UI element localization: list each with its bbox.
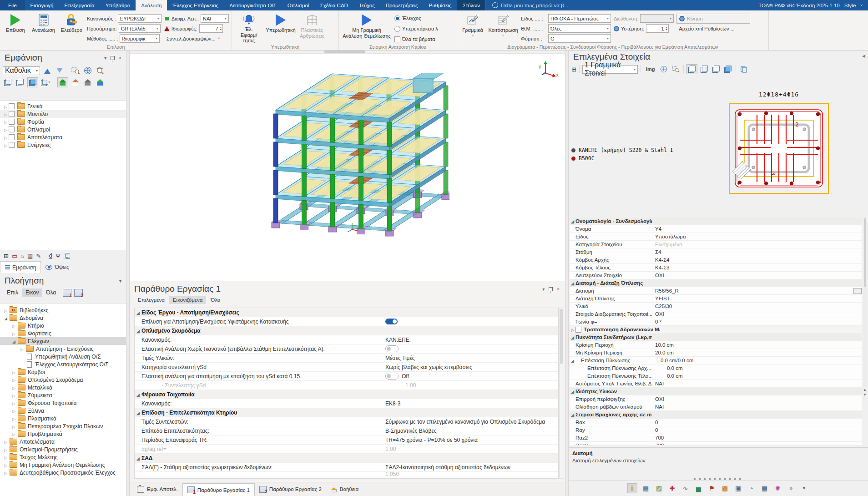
select-add-icon[interactable]: ⊞ [571, 66, 576, 72]
expander-icon[interactable] [3, 307, 9, 314]
nav-tree-item[interactable]: Πλασματικά [0, 415, 126, 422]
menu-item[interactable]: Επεξεργασία [59, 0, 100, 10]
property-row[interactable]: Rαy 0 [570, 426, 862, 434]
setting-value[interactable]: ΕΚ8-3 [382, 399, 558, 408]
properties-scrollbar[interactable] [863, 218, 867, 387]
expander-icon[interactable] [11, 330, 17, 337]
menu-item[interactable]: Έλεγχος Επάρκειας [167, 0, 224, 10]
bottom-tab[interactable]: Εμφ. Αποτελ. [132, 482, 182, 496]
expander-icon[interactable] [11, 323, 17, 329]
expander-icon[interactable] [11, 369, 17, 375]
nav-tree-item[interactable]: Μη Γραμμική Ανάλυση Θεμελίωσης [0, 461, 126, 469]
annex-dropdown[interactable]: GR (Ελλάδ▾ [119, 24, 161, 33]
menu-item[interactable]: Προμετρήσεις [380, 0, 424, 10]
settings-row[interactable]: Κανονισμός: ΕΚ8-3 [135, 399, 558, 408]
table-icon[interactable]: ▦ [760, 484, 769, 493]
collapse-panel-icon[interactable]: ◀ [862, 54, 865, 58]
toggle-switch[interactable] [385, 373, 399, 380]
checkbox-icon[interactable] [9, 119, 15, 125]
property-value[interactable]: Κ4-Σ4 [652, 256, 862, 263]
ellipsis-button[interactable]: ... [853, 288, 862, 294]
checkbox-icon[interactable] [9, 111, 15, 117]
menu-item[interactable]: Ανάλυση [136, 0, 167, 10]
info-icon[interactable]: i [627, 483, 637, 493]
property-value[interactable]: 10.0 cm [652, 341, 862, 349]
expander-icon[interactable] [3, 103, 9, 110]
setting-value[interactable]: 1.00 [382, 445, 558, 453]
property-value[interactable]: ΝΑΙ [652, 380, 862, 387]
close-icon[interactable]: × [557, 287, 560, 292]
zoom-window-icon[interactable] [671, 65, 681, 74]
property-row[interactable]: Επέκταση Πύκνωσης 0.0 cm/0.0 cm [570, 357, 862, 364]
settings-row[interactable]: Περίοδος Επαναφοράς TR: TR=475 χρόνια - … [135, 435, 558, 445]
expander-icon[interactable] [3, 315, 9, 321]
property-value[interactable]: 700 [652, 442, 862, 445]
property-row[interactable]: Ολίσθηση ράβδων οπλισμού ΝΑΙ [570, 403, 862, 411]
select-add-icon[interactable]: ⊞ [4, 253, 9, 259]
menu-item[interactable]: Εισαγωγή [25, 0, 59, 10]
nav-tab[interactable]: Επιλ [4, 288, 21, 297]
property-value[interactable]: ΟΧΙ [652, 272, 862, 279]
property-row[interactable]: Ονοματολογία - Συνδεσμολογία [570, 218, 862, 225]
property-value[interactable] [652, 218, 862, 225]
work-tab[interactable]: Επιλεγμένα [134, 296, 168, 304]
setting-value[interactable]: Χωρίς βλάβες και χωρίς επεμβάσεις [382, 363, 558, 371]
raft-diagrams-button[interactable]: Κοιτόστρωση ˅ [488, 12, 518, 43]
close-icon[interactable]: × [119, 56, 121, 61]
move-down-icon[interactable] [55, 66, 65, 75]
overflow-icon[interactable]: » [787, 484, 796, 493]
overstrength-radio[interactable]: Υπερεπάρκεια λ [394, 25, 438, 33]
hysteresis-spinner[interactable]: 1▴▾ [646, 24, 669, 33]
pin-icon[interactable] [549, 287, 553, 291]
clock-icon[interactable]: ◔ [747, 484, 756, 493]
property-value[interactable]: 20.0 cm [652, 349, 862, 356]
checkbox-icon[interactable] [9, 127, 15, 132]
linear-diagrams-button[interactable]: Γραμμικά ˅ [460, 12, 485, 43]
scroll-arrows[interactable]: ▲▼ [862, 388, 868, 397]
expander-icon[interactable] [11, 431, 17, 437]
bottom-tab[interactable]: Βοήθεια [326, 482, 363, 496]
nav-tab[interactable]: Εικον [22, 288, 42, 297]
bottom-tab[interactable]: 2 Παράθυρο Εργασίας 2 [255, 482, 326, 496]
modes-spinner[interactable]: 7▴▾ [199, 24, 223, 33]
selection-summary-dropdown[interactable]: 1 Γραμμικά Στοιχεί▾ [582, 65, 638, 74]
expander-icon[interactable] [11, 415, 17, 422]
display-tree-item[interactable]: Γενικά [0, 102, 126, 110]
expander-icon[interactable] [3, 470, 9, 476]
nav-tab[interactable]: Όλα [43, 288, 59, 297]
property-value[interactable]: ΝΑΙ [652, 403, 862, 410]
property-row[interactable]: Κρίσιμη Περιοχή 10.0 cm [570, 341, 862, 349]
model-gray-icon[interactable] [83, 78, 93, 87]
property-value[interactable]: R56/56_R ... [652, 287, 862, 294]
property-value[interactable]: Σ4 [652, 248, 862, 256]
property-value[interactable]: Υποστύλωμα [652, 233, 862, 240]
property-row[interactable]: Αυτόματος Υπολ. Γωνίας Θλιβ. Δ... ΝΑΙ [570, 380, 862, 388]
layers-icon[interactable]: ▤ [641, 484, 651, 493]
property-value[interactable]: 0.0 cm [664, 372, 862, 380]
pan-icon[interactable] [659, 65, 669, 74]
nav-tree-item[interactable]: Αποτίμηση - Ενισχύσεις [0, 345, 126, 353]
settings-row[interactable]: Ελαστική ανάλυση για αποτίμηση με επαύξη… [135, 372, 558, 381]
building-3d-model[interactable] [263, 73, 449, 242]
setting-value[interactable] [382, 317, 558, 326]
panel-tab[interactable]: Όψεις [41, 261, 74, 273]
nav-tree-item[interactable]: Φορτίσεις [0, 329, 126, 337]
toggle-switch[interactable] [385, 319, 398, 324]
view-wire-icon[interactable] [711, 65, 721, 74]
setting-value[interactable]: Σύμφωνα με τον επιλεγμένο κανονισμό για … [382, 417, 558, 426]
color-bars-icon[interactable]: ▩ [721, 484, 730, 493]
capacity-curve-icon[interactable]: ∿ [681, 484, 690, 493]
display-tree-item[interactable]: Ενέργειες [0, 141, 126, 149]
nav-tree-item[interactable]: Οπλισμοί-Προμετρήσεις [0, 445, 126, 453]
expander-icon[interactable] [11, 377, 17, 383]
pushpin-icon[interactable]: ⚑ [707, 484, 717, 493]
expander-icon[interactable] [3, 446, 9, 453]
setting-value[interactable] [382, 454, 558, 462]
menu-item[interactable]: Σχέδια CAD [315, 0, 353, 10]
viewport-scrollbar[interactable] [129, 50, 565, 54]
expander-icon[interactable] [11, 392, 17, 399]
property-row[interactable]: Rαz2 700 [570, 434, 862, 442]
expander-icon[interactable] [3, 462, 9, 468]
checkbox-icon[interactable] [9, 103, 15, 109]
report-icon[interactable]: ▣ [734, 484, 743, 493]
